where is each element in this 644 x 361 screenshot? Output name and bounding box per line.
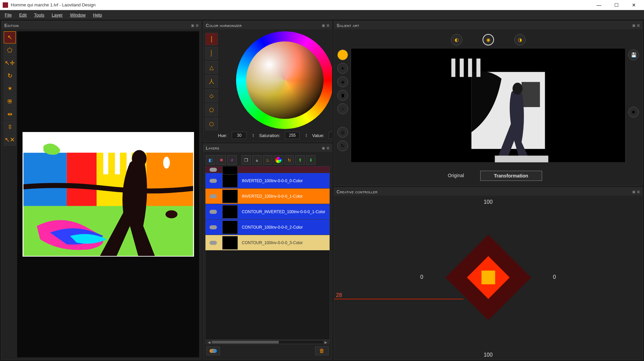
layer-row[interactable]: INVERTED_100Inv-0-0-0_1-Color (205, 189, 330, 204)
layer-tool-gradient[interactable] (274, 155, 283, 165)
salient-mode-row: ◐◉◑ (336, 31, 640, 48)
tool-move[interactable]: ↖✛ (4, 57, 16, 69)
layer-row[interactable]: CONTOUR_100Inv-0-0-0_2-Color (205, 220, 330, 235)
sat-down-icon[interactable]: ▼ (305, 135, 307, 137)
canvas[interactable] (23, 132, 194, 257)
layer-row[interactable]: CONTOUR_100Inv-0-0-0_3-Color (205, 235, 330, 251)
menu-edit[interactable]: Edit (16, 11, 30, 19)
salient-tool-cycle[interactable]: ↻ (337, 140, 348, 151)
salient-tool-bw[interactable]: ○ (337, 103, 348, 114)
menu-window[interactable]: Window (67, 11, 89, 19)
tool-rotate[interactable]: ↻ (4, 70, 16, 82)
layer-visibility-toggle[interactable] (205, 204, 221, 219)
salient-close-icon[interactable]: ⊠ (637, 24, 640, 27)
menu-tools[interactable]: Tools (31, 11, 47, 19)
hue-down-icon[interactable]: ▼ (252, 135, 254, 137)
salient-tool-shape1[interactable]: ✦ (337, 63, 348, 74)
tool-scale[interactable]: ✶ (4, 83, 16, 95)
salient-mode-a[interactable]: ◐ (451, 34, 462, 45)
salient-tool-rgb[interactable]: ⬮ (337, 90, 348, 101)
tool-swirl[interactable]: ֎ (4, 95, 16, 107)
layer-visibility-toggle[interactable] (205, 173, 221, 188)
color-wheel-inner[interactable] (246, 41, 324, 119)
layers-gradient-button[interactable] (206, 347, 220, 355)
canvas-area[interactable] (17, 31, 199, 357)
maximize-button[interactable]: ☐ (609, 0, 624, 10)
layer-tool-flame[interactable]: ♨ (263, 155, 272, 165)
salient-tool-shape2[interactable]: ◈ (337, 76, 348, 87)
controller-collapse-icon[interactable]: ▣ (632, 190, 636, 194)
close-button[interactable]: ✕ (627, 0, 641, 10)
svg-rect-22 (495, 156, 548, 162)
harm-hexad[interactable]: ⬡ (205, 118, 218, 130)
scroll-left-icon[interactable]: ◀ (206, 340, 212, 344)
minimize-button[interactable]: — (592, 0, 606, 10)
salient-tool-target[interactable]: ◎ (337, 127, 348, 138)
layer-tool-down[interactable]: ⬇ (306, 155, 315, 165)
svg-rect-7 (103, 144, 108, 174)
layers-close-icon[interactable]: ⊠ (327, 146, 330, 150)
harm-mono[interactable]: ⎮ (205, 33, 218, 45)
val-input[interactable] (329, 132, 332, 139)
controller-slider-line[interactable] (334, 299, 463, 299)
layers-delete-button[interactable]: 🗑 (315, 347, 329, 355)
tool-pointer[interactable]: ↖ (4, 31, 16, 43)
layers-collapse-icon[interactable]: ▣ (322, 146, 325, 150)
harm-complementary[interactable]: │ (205, 47, 218, 60)
salient-tab-original[interactable]: Original (434, 171, 477, 181)
controller-diamond[interactable] (445, 235, 531, 321)
layer-visibility-toggle[interactable] (205, 166, 221, 173)
edition-collapse-icon[interactable]: ▣ (191, 24, 194, 27)
layer-tool-merge[interactable]: ▲ (252, 155, 262, 165)
harm-split[interactable]: 人 (205, 75, 218, 88)
window-title: Homme qui marche 1.lvf - Laoviland Desig… (11, 2, 592, 7)
controller-close-icon[interactable]: ⊠ (637, 190, 640, 194)
menu-layer[interactable]: Layer (48, 11, 66, 19)
layer-visibility-toggle[interactable] (205, 220, 221, 235)
salient-collapse-icon[interactable]: ▣ (632, 24, 636, 27)
sat-input[interactable] (285, 132, 300, 139)
salient-preview[interactable] (351, 48, 626, 163)
tool-flip-v[interactable]: ⇳ (4, 121, 16, 133)
controller-area[interactable]: 100 100 0 0 28 (334, 196, 642, 359)
sat-label: Saturation: (259, 133, 280, 138)
layer-tool-add[interactable]: ◧ (206, 155, 215, 165)
harm-pentad[interactable]: ⬠ (205, 103, 218, 116)
layer-tool-copy[interactable]: ❐ (241, 155, 251, 165)
layer-row[interactable]: INVERTED_100Inv-0-0-0_0-Color (205, 173, 330, 189)
layer-list[interactable]: INVERTED_100Inv-0-0-0_0-ColorINVERTED_10… (205, 166, 330, 340)
layer-row[interactable] (205, 166, 330, 173)
tool-flip-h[interactable]: ⇹ (4, 108, 16, 120)
salient-tool-save[interactable]: 💾 (628, 50, 639, 60)
salient-tool-palette[interactable]: ✺ (628, 107, 639, 118)
layer-visibility-toggle[interactable] (205, 189, 221, 204)
layer-name-label: CONTOUR_100Inv-0-0-0_3-Color (239, 240, 330, 245)
layer-visibility-toggle[interactable] (205, 235, 221, 250)
layer-tool-fx1[interactable]: ✱ (217, 155, 226, 165)
harmonizer-collapse-icon[interactable]: ▣ (322, 24, 325, 27)
layer-tool-up[interactable]: ⬆ (295, 155, 305, 165)
edition-close-icon[interactable]: ⊠ (196, 24, 199, 27)
salient-mode-c[interactable]: ◑ (514, 34, 526, 45)
hue-input[interactable] (232, 132, 247, 139)
layer-tool-reload[interactable]: ↻ (285, 155, 294, 165)
layers-hscroll[interactable]: ◀ ▶ (205, 340, 330, 344)
layer-tool-fx2[interactable]: # (227, 155, 237, 165)
menu-file[interactable]: File (1, 11, 15, 19)
scroll-thumb[interactable] (212, 341, 279, 343)
layer-row[interactable]: CONTOUR_INVERTED_100Inv-0-0-0_1-Color (205, 204, 330, 220)
harm-square[interactable]: ◇ (205, 89, 218, 102)
harmonizer-close-icon[interactable]: ⊠ (327, 24, 330, 27)
salient-right-tools: 💾✺ (627, 48, 640, 168)
tool-polygon[interactable]: ⬠ (4, 44, 16, 56)
val-label: Value: (312, 133, 324, 138)
harm-triad[interactable]: △ (205, 61, 218, 74)
color-wheel[interactable] (236, 31, 332, 129)
menu-help[interactable]: Help (90, 11, 106, 19)
menubar: File Edit Tools Layer Window Help (0, 10, 644, 20)
salient-mode-b[interactable]: ◉ (483, 34, 494, 45)
scroll-right-icon[interactable]: ▶ (323, 340, 329, 344)
tool-delete[interactable]: ↖✕ (4, 134, 16, 146)
salient-tool-highlight[interactable] (337, 50, 348, 60)
salient-tab-transformation[interactable]: Transformation (480, 171, 542, 181)
